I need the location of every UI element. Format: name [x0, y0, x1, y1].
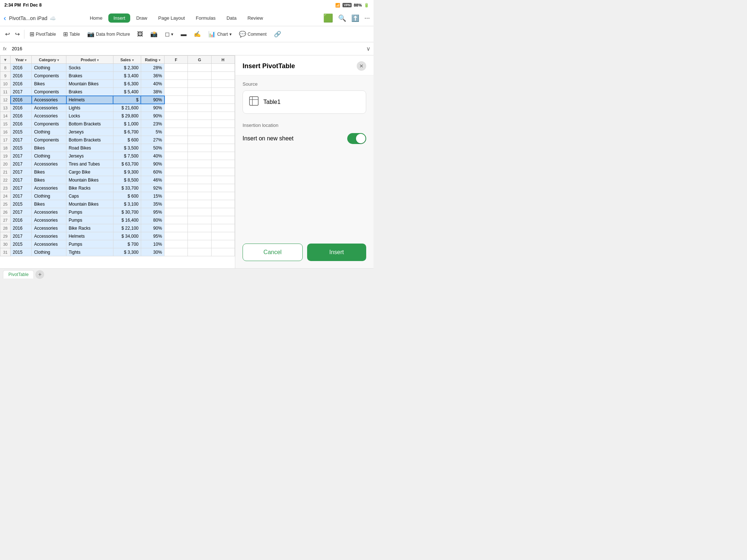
- tab-data[interactable]: Data: [221, 13, 241, 23]
- col-h[interactable]: H: [211, 56, 235, 64]
- undo-button[interactable]: ↩: [3, 29, 12, 39]
- images-button[interactable]: 🖼: [134, 30, 146, 39]
- product-cell[interactable]: Helmets: [66, 96, 113, 104]
- category-cell[interactable]: Bikes: [32, 80, 66, 88]
- h-cell[interactable]: [211, 240, 235, 248]
- tab-insert[interactable]: Insert: [108, 13, 131, 23]
- f-cell[interactable]: [165, 72, 188, 80]
- category-cell[interactable]: Bikes: [32, 176, 66, 184]
- g-cell[interactable]: [188, 96, 211, 104]
- rating-cell[interactable]: 90%: [141, 160, 164, 168]
- g-cell[interactable]: [188, 136, 211, 144]
- g-cell[interactable]: [188, 104, 211, 112]
- h-cell[interactable]: [211, 176, 235, 184]
- f-cell[interactable]: [165, 152, 188, 160]
- rating-cell[interactable]: 95%: [141, 232, 164, 240]
- product-cell[interactable]: Helmets: [66, 232, 113, 240]
- g-cell[interactable]: [188, 144, 211, 152]
- tab-page-layout[interactable]: Page Layout: [153, 13, 190, 23]
- year-cell[interactable]: 2015: [11, 248, 32, 256]
- year-cell[interactable]: 2016: [11, 80, 32, 88]
- rating-cell[interactable]: 90%: [141, 96, 164, 104]
- product-cell[interactable]: Socks: [66, 64, 113, 72]
- category-cell[interactable]: Accessories: [32, 240, 66, 248]
- g-cell[interactable]: [188, 152, 211, 160]
- year-cell[interactable]: 2017: [11, 136, 32, 144]
- f-cell[interactable]: [165, 240, 188, 248]
- product-cell[interactable]: Caps: [66, 192, 113, 200]
- product-cell[interactable]: Brakes: [66, 72, 113, 80]
- rating-cell[interactable]: 35%: [141, 200, 164, 208]
- product-cell[interactable]: Pumps: [66, 240, 113, 248]
- product-cell[interactable]: Mountain Bikes: [66, 176, 113, 184]
- h-cell[interactable]: [211, 248, 235, 256]
- f-cell[interactable]: [165, 216, 188, 224]
- year-cell[interactable]: 2016: [11, 96, 32, 104]
- category-cell[interactable]: Accessories: [32, 160, 66, 168]
- year-cell[interactable]: 2017: [11, 152, 32, 160]
- rating-cell[interactable]: 27%: [141, 136, 164, 144]
- insert-button[interactable]: Insert: [307, 244, 367, 261]
- year-cell[interactable]: 2017: [11, 208, 32, 216]
- rating-cell[interactable]: 90%: [141, 224, 164, 232]
- rating-cell[interactable]: 36%: [141, 72, 164, 80]
- comment-button[interactable]: 💬 Comment: [236, 29, 270, 39]
- rating-cell[interactable]: 46%: [141, 176, 164, 184]
- h-cell[interactable]: [211, 184, 235, 192]
- category-cell[interactable]: Accessories: [32, 216, 66, 224]
- sales-cell[interactable]: $ 3,400: [113, 72, 141, 80]
- category-cell[interactable]: Components: [32, 88, 66, 96]
- g-cell[interactable]: [188, 248, 211, 256]
- tab-formulas[interactable]: Formulas: [191, 13, 221, 23]
- f-cell[interactable]: [165, 80, 188, 88]
- rating-cell[interactable]: 38%: [141, 88, 164, 96]
- f-cell[interactable]: [165, 136, 188, 144]
- g-cell[interactable]: [188, 160, 211, 168]
- sales-cell[interactable]: $ 700: [113, 240, 141, 248]
- rating-cell[interactable]: 5%: [141, 128, 164, 136]
- year-cell[interactable]: 2017: [11, 176, 32, 184]
- rating-cell[interactable]: 10%: [141, 240, 164, 248]
- category-cell[interactable]: Components: [32, 72, 66, 80]
- category-cell[interactable]: Components: [32, 120, 66, 128]
- sales-cell[interactable]: $ 600: [113, 136, 141, 144]
- rating-cell[interactable]: 30%: [141, 248, 164, 256]
- h-cell[interactable]: [211, 200, 235, 208]
- g-cell[interactable]: [188, 88, 211, 96]
- product-cell[interactable]: Road Bikes: [66, 144, 113, 152]
- camera-button[interactable]: 📸: [147, 29, 160, 39]
- g-cell[interactable]: [188, 112, 211, 120]
- f-cell[interactable]: [165, 64, 188, 72]
- f-cell[interactable]: [165, 144, 188, 152]
- g-cell[interactable]: [188, 216, 211, 224]
- rating-cell[interactable]: 15%: [141, 192, 164, 200]
- sales-cell[interactable]: $ 3,100: [113, 200, 141, 208]
- year-cell[interactable]: 2017: [11, 168, 32, 176]
- rating-cell[interactable]: 60%: [141, 168, 164, 176]
- g-cell[interactable]: [188, 168, 211, 176]
- h-cell[interactable]: [211, 144, 235, 152]
- g-cell[interactable]: [188, 192, 211, 200]
- g-cell[interactable]: [188, 64, 211, 72]
- back-button[interactable]: ‹: [4, 14, 6, 22]
- col-g[interactable]: G: [188, 56, 211, 64]
- product-cell[interactable]: Jerseys: [66, 128, 113, 136]
- chart-button[interactable]: 📊 Chart ▾: [205, 29, 234, 39]
- f-cell[interactable]: [165, 160, 188, 168]
- category-cell[interactable]: Bikes: [32, 200, 66, 208]
- f-cell[interactable]: [165, 168, 188, 176]
- rating-cell[interactable]: 90%: [141, 104, 164, 112]
- rating-cell[interactable]: 50%: [141, 144, 164, 152]
- year-cell[interactable]: 2016: [11, 64, 32, 72]
- product-cell[interactable]: Lights: [66, 104, 113, 112]
- col-year[interactable]: Year ▾: [11, 56, 32, 64]
- category-cell[interactable]: Clothing: [32, 152, 66, 160]
- h-cell[interactable]: [211, 152, 235, 160]
- f-cell[interactable]: [165, 112, 188, 120]
- g-cell[interactable]: [188, 200, 211, 208]
- product-cell[interactable]: Locks: [66, 112, 113, 120]
- f-cell[interactable]: [165, 184, 188, 192]
- sales-cell[interactable]: $ 5,400: [113, 88, 141, 96]
- h-cell[interactable]: [211, 120, 235, 128]
- sales-cell[interactable]: $ 34,000: [113, 232, 141, 240]
